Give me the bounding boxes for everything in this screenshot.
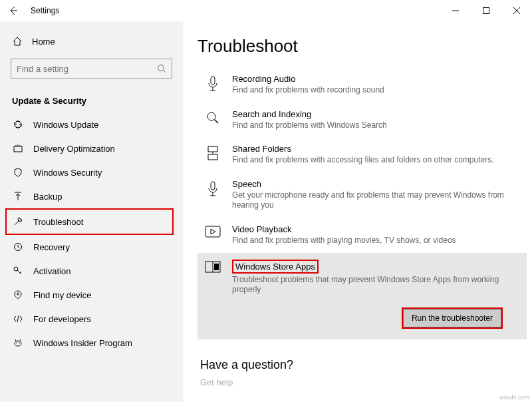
- sync-icon: [12, 119, 24, 130]
- sidebar-item-windows-update[interactable]: Windows Update: [0, 112, 183, 136]
- back-icon[interactable]: [8, 5, 19, 16]
- svg-rect-25: [214, 264, 219, 270]
- sidebar-item-label: Backup: [33, 192, 62, 202]
- search-icon: [157, 64, 166, 73]
- svg-rect-21: [211, 182, 215, 190]
- sidebar-item-label: Find my device: [33, 290, 91, 300]
- troubleshoot-desc: Find and fix problems with recording sou…: [232, 85, 515, 96]
- sidebar-item-delivery-optimization[interactable]: Delivery Optimization: [0, 136, 183, 160]
- main-content: Troubleshoot Recording Audio Find and fi…: [183, 21, 532, 402]
- sidebar-item-label: Activation: [33, 266, 70, 276]
- troubleshoot-search-indexing[interactable]: Search and Indexing Find and fix problem…: [198, 102, 527, 138]
- sidebar-item-insider[interactable]: Windows Insider Program: [0, 331, 183, 355]
- close-button[interactable]: [501, 0, 532, 21]
- watermark: wsxdn.com: [499, 394, 529, 401]
- svg-rect-18: [208, 146, 217, 152]
- search-box[interactable]: [11, 59, 172, 79]
- sidebar-item-find-my-device[interactable]: Find my device: [0, 283, 183, 307]
- mic-icon: [204, 179, 221, 211]
- troubleshoot-label: Recording Audio: [232, 74, 515, 84]
- troubleshoot-label: Video Playback: [232, 224, 515, 234]
- troubleshoot-label: Search and Indexing: [232, 109, 515, 119]
- sidebar-item-label: Windows Insider Program: [33, 338, 132, 348]
- troubleshoot-desc: Find and fix problems with accessing fil…: [232, 155, 515, 166]
- delivery-icon: [12, 143, 24, 154]
- svg-point-11: [17, 293, 19, 295]
- troubleshoot-label: Shared Folders: [232, 144, 515, 154]
- run-troubleshooter-label: Run the troubleshooter: [403, 309, 501, 327]
- troubleshoot-desc: Find and fix problems with Windows Searc…: [232, 120, 515, 131]
- svg-rect-15: [211, 77, 215, 85]
- maximize-button[interactable]: [471, 0, 501, 21]
- troubleshoot-desc: Troubleshoot problems that may prevent W…: [232, 275, 515, 296]
- svg-point-14: [19, 342, 20, 343]
- shared-folders-icon: [204, 144, 221, 166]
- location-icon: [12, 290, 24, 300]
- store-apps-icon: [204, 260, 221, 329]
- titlebar: Settings: [0, 0, 532, 21]
- sidebar-item-label: Windows Update: [33, 120, 98, 130]
- window-title: Settings: [31, 6, 59, 15]
- backup-icon: [12, 191, 24, 202]
- troubleshoot-windows-store-apps[interactable]: Windows Store Apps Troubleshoot problems…: [198, 253, 527, 339]
- insider-icon: [12, 337, 24, 348]
- svg-point-13: [16, 342, 17, 343]
- troubleshoot-label: Speech: [232, 179, 515, 189]
- svg-point-5: [158, 65, 164, 71]
- video-icon: [204, 224, 221, 246]
- sidebar-item-label: For developers: [33, 314, 91, 324]
- page-title: Troubleshoot: [198, 36, 527, 57]
- home-icon: [12, 36, 23, 47]
- troubleshoot-video-playback[interactable]: Video Playback Find and fix problems wit…: [198, 218, 527, 253]
- recovery-icon: [12, 242, 24, 252]
- run-troubleshooter-button[interactable]: Run the troubleshooter: [402, 307, 503, 329]
- get-help-link[interactable]: Get help: [200, 377, 527, 387]
- svg-rect-22: [205, 226, 220, 237]
- svg-rect-2: [483, 8, 489, 14]
- magnify-icon: [204, 109, 221, 131]
- sidebar-item-label: Recovery: [33, 242, 70, 252]
- svg-line-6: [164, 71, 166, 73]
- key-icon: [12, 266, 24, 276]
- sidebar-item-label: Troubleshoot: [33, 217, 83, 227]
- shield-icon: [12, 167, 24, 178]
- sidebar-item-label: Delivery Optimization: [33, 144, 115, 154]
- troubleshoot-desc: Find and fix problems with playing movie…: [232, 236, 515, 246]
- question-heading: Have a question?: [200, 358, 527, 372]
- sidebar-item-for-developers[interactable]: For developers: [0, 307, 183, 331]
- troubleshoot-shared-folders[interactable]: Shared Folders Find and fix problems wit…: [198, 137, 527, 172]
- sidebar-home[interactable]: Home: [0, 31, 183, 52]
- troubleshoot-label: Windows Store Apps: [232, 260, 319, 274]
- svg-rect-7: [14, 146, 22, 152]
- sidebar-item-recovery[interactable]: Recovery: [0, 235, 183, 259]
- microphone-icon: [204, 74, 221, 96]
- svg-point-12: [15, 341, 21, 346]
- svg-point-16: [207, 112, 215, 120]
- sidebar-item-activation[interactable]: Activation: [0, 259, 183, 283]
- troubleshoot-speech[interactable]: Speech Get your microphone ready and fix…: [198, 172, 527, 218]
- sidebar-home-label: Home: [32, 37, 55, 47]
- minimize-button[interactable]: [440, 0, 471, 21]
- wrench-icon: [12, 216, 24, 227]
- sidebar-item-backup[interactable]: Backup: [0, 184, 183, 208]
- sidebar-item-troubleshoot[interactable]: Troubleshoot: [5, 208, 174, 235]
- svg-line-17: [215, 119, 219, 123]
- code-icon: [12, 313, 24, 324]
- troubleshoot-recording-audio[interactable]: Recording Audio Find and fix problems wi…: [198, 67, 527, 102]
- sidebar: Home Update & Security Windows Update De…: [0, 21, 183, 402]
- svg-rect-19: [208, 154, 217, 160]
- sidebar-item-windows-security[interactable]: Windows Security: [0, 160, 183, 184]
- search-input[interactable]: [17, 64, 157, 74]
- sidebar-item-label: Windows Security: [33, 168, 102, 178]
- troubleshoot-desc: Get your microphone ready and fix proble…: [232, 190, 515, 211]
- sidebar-section: Update & Security: [0, 85, 183, 112]
